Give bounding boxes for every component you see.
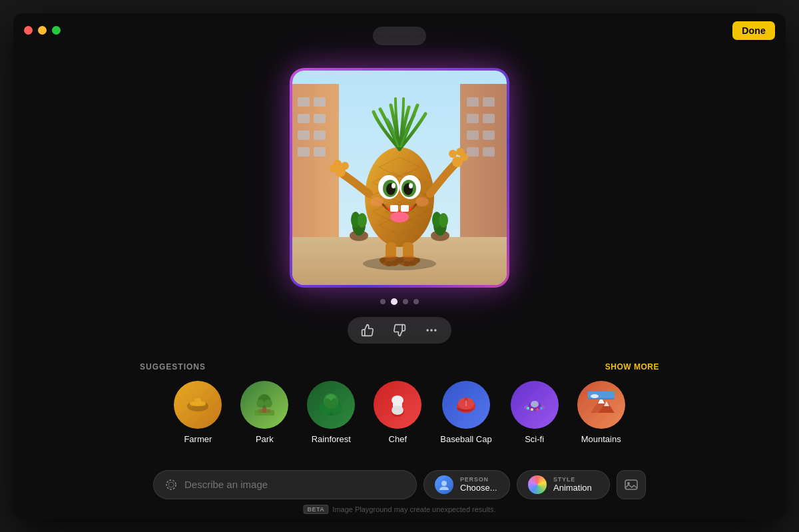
- image-wrapper: [290, 68, 509, 344]
- svg-rect-13: [467, 114, 479, 123]
- maximize-button[interactable]: [52, 26, 61, 35]
- action-buttons: [348, 317, 451, 344]
- svg-rect-40: [390, 205, 398, 212]
- svg-point-42: [390, 212, 409, 222]
- rainforest-label: Rainforest: [312, 434, 351, 444]
- person-label: PERSON: [460, 476, 497, 483]
- describe-input[interactable]: [184, 479, 405, 490]
- image-picker-button[interactable]: [617, 470, 646, 499]
- svg-point-67: [430, 329, 432, 331]
- svg-point-48: [341, 162, 349, 170]
- suggestion-sci-fi[interactable]: Sci-fi: [511, 381, 559, 444]
- svg-point-78: [256, 399, 264, 407]
- suggestion-rainforest[interactable]: Rainforest: [307, 381, 355, 444]
- style-sphere-icon: [528, 475, 547, 494]
- bottom-bar: PERSON Choose... STYLE Animation: [153, 470, 646, 499]
- generated-image: [292, 71, 507, 285]
- beta-text: Image Playground may create unexpected r…: [332, 505, 495, 513]
- suggestion-park[interactable]: Park: [240, 381, 288, 444]
- person-value: Choose...: [460, 483, 497, 493]
- more-options-button[interactable]: [421, 321, 442, 340]
- minimize-button[interactable]: [38, 26, 47, 35]
- svg-rect-76: [258, 409, 271, 413]
- svg-point-91: [392, 396, 403, 405]
- dot-4[interactable]: [413, 299, 419, 304]
- svg-point-100: [531, 401, 539, 407]
- svg-point-52: [449, 150, 457, 158]
- svg-rect-17: [467, 147, 479, 156]
- beta-badge: BETA: [303, 505, 328, 514]
- svg-rect-41: [401, 205, 409, 212]
- svg-rect-5: [314, 114, 326, 123]
- thumbs-up-button[interactable]: [357, 321, 378, 340]
- svg-point-47: [334, 160, 342, 168]
- sci-fi-label: Sci-fi: [525, 434, 544, 444]
- suggestions-header: SUGGESTIONS SHOW MORE: [140, 362, 659, 372]
- baseball-cap-label: Baseball Cap: [440, 434, 491, 444]
- dot-2[interactable]: [391, 298, 398, 305]
- style-label: STYLE: [553, 476, 592, 483]
- pineapple-scene-svg: [292, 71, 507, 285]
- style-value: Animation: [553, 483, 592, 493]
- svg-point-92: [392, 405, 403, 415]
- mountains-icon: [577, 381, 625, 429]
- suggestions-section: SUGGESTIONS SHOW MORE Farmer: [140, 362, 659, 444]
- svg-rect-8: [298, 147, 310, 156]
- svg-rect-2: [298, 97, 310, 107]
- mountains-label: Mountains: [581, 434, 621, 444]
- svg-rect-9: [314, 147, 326, 156]
- person-selector-button[interactable]: PERSON Choose...: [423, 470, 510, 499]
- suggestions-title: SUGGESTIONS: [140, 362, 206, 372]
- svg-rect-72: [194, 398, 201, 405]
- done-button[interactable]: Done: [732, 21, 775, 40]
- svg-rect-15: [467, 131, 479, 140]
- show-more-button[interactable]: SHOW MORE: [605, 362, 659, 372]
- svg-point-30: [439, 213, 448, 228]
- park-label: Park: [256, 434, 274, 444]
- svg-point-113: [168, 482, 174, 487]
- baseball-cap-icon: [442, 381, 490, 429]
- suggestion-chef[interactable]: Chef: [374, 381, 421, 444]
- svg-point-25: [358, 213, 367, 228]
- svg-point-101: [527, 407, 529, 409]
- svg-point-114: [441, 481, 447, 486]
- close-button[interactable]: [24, 26, 33, 35]
- svg-point-102: [531, 408, 533, 411]
- svg-rect-14: [483, 114, 495, 123]
- person-avatar: [435, 475, 453, 494]
- person-text: PERSON Choose...: [460, 476, 497, 493]
- beta-notice: BETA Image Playground may create unexpec…: [303, 505, 495, 514]
- rainforest-icon: [307, 381, 355, 429]
- svg-point-66: [427, 329, 429, 331]
- suggestion-farmer[interactable]: Farmer: [174, 381, 222, 444]
- suggestions-grid: Farmer Park: [140, 381, 659, 444]
- svg-point-39: [409, 183, 413, 188]
- main-window: Done: [13, 13, 786, 519]
- search-input-container: [153, 470, 417, 499]
- svg-point-79: [264, 399, 272, 407]
- svg-point-38: [392, 183, 396, 188]
- svg-rect-115: [625, 480, 637, 489]
- chef-icon: [374, 381, 421, 429]
- svg-point-111: [591, 394, 599, 398]
- farmer-label: Farmer: [184, 434, 212, 444]
- chef-label: Chef: [389, 434, 407, 444]
- dot-3[interactable]: [403, 299, 408, 304]
- top-pill: [373, 27, 426, 45]
- style-selector-button[interactable]: STYLE Animation: [517, 470, 610, 499]
- svg-rect-7: [314, 131, 326, 140]
- farmer-icon: [174, 381, 222, 429]
- svg-point-104: [540, 407, 543, 409]
- svg-point-43: [370, 197, 384, 206]
- image-frame: [290, 68, 509, 288]
- svg-rect-12: [483, 97, 495, 107]
- suggestion-baseball-cap[interactable]: Baseball Cap: [440, 381, 491, 444]
- dot-1[interactable]: [380, 299, 386, 304]
- search-icon: [164, 478, 178, 491]
- svg-point-44: [415, 197, 429, 206]
- svg-point-51: [456, 148, 464, 156]
- thumbs-down-button[interactable]: [389, 321, 410, 340]
- suggestion-mountains[interactable]: Mountains: [577, 381, 625, 444]
- park-icon: [240, 381, 288, 429]
- svg-rect-6: [298, 131, 310, 140]
